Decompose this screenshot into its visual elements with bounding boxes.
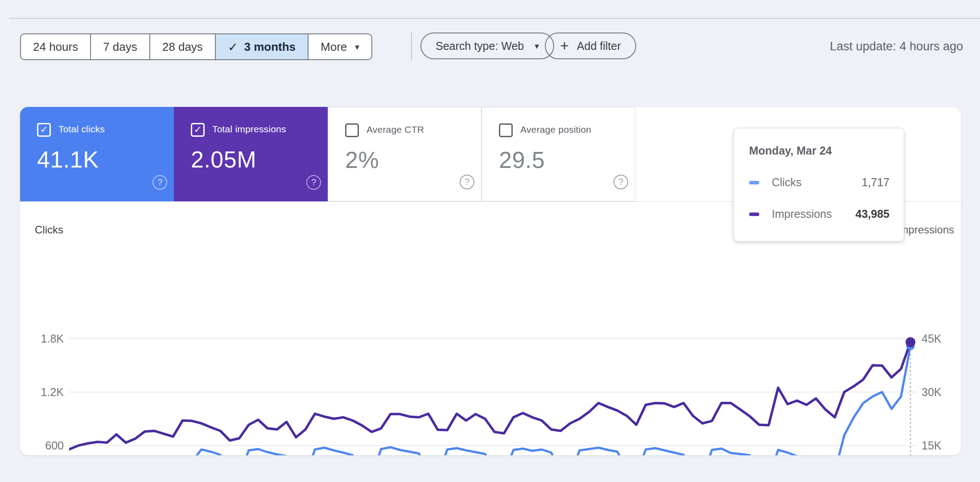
metric-card-total-clicks[interactable]: ✓Total clicks41.1K? xyxy=(20,107,174,201)
last-update-text: Last update: 4 hours ago xyxy=(830,40,963,53)
date-range-chip-24-hours[interactable]: 24 hours xyxy=(21,34,91,59)
metric-value: 2% xyxy=(345,147,379,173)
metric-label: Average position xyxy=(520,124,591,135)
y-tick-right-45k: 45K xyxy=(922,332,941,345)
chevron-down-icon: ▾ xyxy=(535,41,539,51)
y-tick-right-30k: 30K xyxy=(922,386,941,399)
metric-label: Total clicks xyxy=(58,124,105,135)
chevron-down-icon: ▾ xyxy=(355,42,359,52)
search-type-label: Search type: Web xyxy=(436,40,524,53)
metric-value: 29.5 xyxy=(499,147,545,173)
search-type-dropdown[interactable]: Search type: Web ▾ xyxy=(420,33,554,59)
help-icon[interactable]: ? xyxy=(460,175,474,189)
axis-title-impressions: Impressions xyxy=(897,224,954,236)
tooltip-row-clicks: Clicks1,717 xyxy=(749,176,889,189)
impressions-line xyxy=(69,342,910,449)
chip-label: 3 months xyxy=(244,40,296,54)
plus-icon: + xyxy=(560,38,569,53)
hover-tooltip: Monday, Mar 24 Clicks1,717Impressions43,… xyxy=(733,128,904,241)
legend-dash-icon xyxy=(749,212,759,216)
metric-label: Total impressions xyxy=(212,124,286,135)
search-console-performance-page: 24 hours7 days28 days✓3 monthsMore▾ Sear… xyxy=(0,0,980,482)
check-icon: ✓ xyxy=(228,40,238,54)
legend-dash-icon xyxy=(749,181,759,184)
tooltip-title: Monday, Mar 24 xyxy=(749,144,889,157)
y-tick-right-15k: 15K xyxy=(922,439,941,452)
tooltip-row-label: Clicks xyxy=(772,176,861,189)
chip-label: More xyxy=(321,40,347,54)
tooltip-row-value: 43,985 xyxy=(856,208,889,221)
metric-card-total-impressions[interactable]: ✓Total impressions2.05M? xyxy=(174,107,328,201)
y-tick-left-1-8k: 1.8K xyxy=(28,332,64,345)
date-range-chip-7-days[interactable]: 7 days xyxy=(91,34,150,59)
metric-card-average-position[interactable]: Average position29.5? xyxy=(482,107,635,201)
checkbox-unchecked-icon[interactable] xyxy=(499,123,513,137)
y-tick-left-600: 600 xyxy=(28,439,64,452)
metric-value: 2.05M xyxy=(191,146,256,173)
chip-label: 28 days xyxy=(162,40,203,54)
toolbar-divider xyxy=(411,33,412,60)
checkbox-checked-icon[interactable]: ✓ xyxy=(37,123,51,137)
axis-title-clicks: Clicks xyxy=(35,224,63,236)
check-icon: ✓ xyxy=(40,125,48,135)
checkbox-checked-icon[interactable]: ✓ xyxy=(191,123,205,137)
tooltip-row-value: 1,717 xyxy=(861,176,889,189)
top-divider xyxy=(9,18,980,19)
hover-dot-impressions xyxy=(906,337,915,347)
tooltip-row-label: Impressions xyxy=(772,208,856,221)
metric-card-average-ctr[interactable]: Average CTR2%? xyxy=(328,107,482,201)
date-range-chip-3-months[interactable]: ✓3 months xyxy=(216,34,309,59)
metric-value: 41.1K xyxy=(37,146,99,173)
date-range-chip-28-days[interactable]: 28 days xyxy=(150,34,216,59)
metric-label: Average CTR xyxy=(366,124,424,135)
chip-label: 24 hours xyxy=(33,40,78,54)
checkbox-unchecked-icon[interactable] xyxy=(345,123,359,137)
chart-plot[interactable] xyxy=(69,335,916,455)
y-tick-left-1-2k: 1.2K xyxy=(28,386,64,399)
check-icon: ✓ xyxy=(194,125,202,135)
add-filter-button[interactable]: + Add filter xyxy=(545,33,636,59)
chip-label: 7 days xyxy=(103,40,137,54)
help-icon[interactable]: ? xyxy=(152,175,167,190)
help-icon[interactable]: ? xyxy=(306,175,321,190)
help-icon[interactable]: ? xyxy=(614,175,628,189)
tooltip-rows: Clicks1,717Impressions43,985 xyxy=(749,176,889,221)
date-range-chip-more[interactable]: More▾ xyxy=(309,34,371,59)
tooltip-row-impressions: Impressions43,985 xyxy=(749,208,889,221)
add-filter-label: Add filter xyxy=(577,40,621,53)
date-range-chips: 24 hours7 days28 days✓3 monthsMore▾ xyxy=(20,33,372,60)
